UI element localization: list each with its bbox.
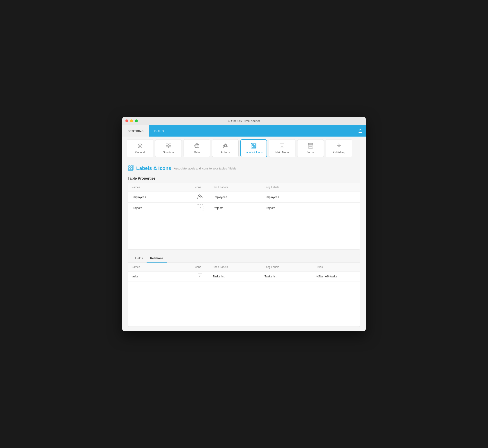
traffic-lights: [125, 120, 138, 122]
svg-point-35: [198, 195, 200, 197]
table-properties-title: Table Properties: [128, 176, 360, 181]
toolbar-general[interactable]: General: [127, 139, 153, 157]
svg-rect-33: [129, 168, 130, 170]
main-menu-label: Main Menu: [275, 151, 289, 154]
fr-col-names: Names: [128, 264, 191, 270]
forms-label: Forms: [307, 151, 314, 154]
publishing-label: Publishing: [333, 151, 345, 154]
svg-rect-6: [169, 146, 171, 148]
minimize-button[interactable]: [130, 120, 133, 122]
maximize-button[interactable]: [135, 120, 138, 122]
toolbar-forms[interactable]: Forms: [297, 139, 324, 157]
build-tab[interactable]: BUILD: [149, 125, 169, 136]
page-subtitle: Associate labels and icons to your table…: [174, 167, 236, 170]
close-button[interactable]: [125, 120, 128, 122]
tab-fields[interactable]: Fields: [131, 254, 146, 263]
fr-row-icon: [191, 272, 209, 281]
table-properties-container: Names Icons Short Labels Long Labels Emp…: [128, 183, 360, 249]
fields-relations-section: Fields Relations Names Icons Short Label…: [128, 254, 360, 327]
fr-col-titles: Titles: [313, 264, 358, 270]
app-window: 4D for iOS: Time Keeper SECTIONS BUILD G…: [122, 117, 366, 331]
fr-row-name: tasks: [128, 273, 191, 280]
fr-row-short: Tasks list: [209, 273, 261, 280]
row-long-label: Projects: [261, 204, 313, 211]
toolbar-actions[interactable]: Actions: [212, 139, 239, 157]
svg-rect-31: [129, 166, 130, 168]
row-short-label: Projects: [209, 204, 261, 211]
row-name: Employees: [128, 194, 191, 200]
placeholder-icon: ?: [197, 204, 203, 211]
fr-row-title: %Name% tasks: [313, 273, 358, 280]
tab-relations[interactable]: Relations: [146, 254, 167, 263]
row-name: Projects: [128, 204, 191, 211]
labels-icons-label: Labels & Icons: [245, 151, 263, 154]
toolbar-data[interactable]: Data: [184, 139, 210, 157]
col-header-icons: Icons: [191, 185, 209, 190]
col-header-short: Short Labels: [209, 185, 261, 190]
titlebar: 4D for iOS: Time Keeper: [122, 117, 366, 125]
window-title: 4D for iOS: Time Keeper: [228, 119, 260, 123]
svg-rect-32: [131, 166, 133, 168]
structure-label: Structure: [163, 151, 174, 154]
general-label: General: [135, 151, 145, 154]
svg-rect-4: [169, 144, 171, 145]
sections-tab[interactable]: SECTIONS: [122, 125, 149, 136]
page-header: Labels & Icons Associate labels and icon…: [128, 165, 360, 172]
row-short-label: Employees: [209, 194, 261, 200]
row-long-label: Employees: [261, 194, 313, 200]
toolbar-publishing[interactable]: Publishing: [326, 139, 352, 157]
svg-rect-34: [131, 168, 133, 170]
tabs-container: Fields Relations: [128, 254, 360, 263]
row-icon: ?: [191, 203, 209, 213]
table-properties-header: Names Icons Short Labels Long Labels: [128, 183, 360, 192]
fields-table-header: Names Icons Short Labels Long Labels Tit…: [128, 263, 360, 272]
tabs-row: Fields Relations: [131, 254, 357, 263]
table-properties-body: Employees Employees Employees: [128, 192, 360, 249]
row-extra: [313, 195, 360, 199]
row-icon: [191, 192, 209, 202]
toolbar-structure[interactable]: Structure: [155, 139, 182, 157]
svg-rect-3: [166, 144, 168, 145]
table-row[interactable]: tasks Tasks list Tasks list: [128, 272, 360, 281]
row-extra: [313, 206, 360, 210]
toolbar-labels-icons[interactable]: Labels & Icons: [240, 139, 267, 157]
svg-rect-15: [254, 144, 255, 146]
empty-area: [128, 213, 360, 249]
fr-col-long: Long Labels: [261, 264, 313, 270]
toolbar-main-menu[interactable]: Main Menu: [269, 139, 295, 157]
header-nav: SECTIONS BUILD: [122, 125, 366, 136]
page-icon: [128, 165, 133, 172]
fields-table-body: tasks Tasks list Tasks list: [128, 272, 360, 327]
fr-col-short: Short Labels: [209, 264, 261, 270]
col-header-long: Long Labels: [261, 185, 313, 190]
main-content: Labels & Icons Associate labels and icon…: [122, 160, 366, 331]
col-header-extra: [313, 185, 360, 190]
svg-rect-16: [252, 146, 253, 148]
actions-label: Actions: [221, 151, 229, 154]
upload-button[interactable]: [355, 125, 366, 136]
col-header-names: Names: [128, 185, 191, 190]
data-label: Data: [194, 151, 200, 154]
table-row[interactable]: Employees Employees Employees: [128, 192, 360, 203]
list-icon: [197, 273, 203, 280]
table-row[interactable]: Projects ? Projects Projects: [128, 203, 360, 213]
fr-row-long: Tasks list: [261, 273, 313, 280]
fr-empty-area: [128, 281, 360, 327]
page-title: Labels & Icons: [136, 165, 171, 171]
fr-col-icons: Icons: [191, 264, 209, 270]
toolbar: General Structure Data: [122, 136, 366, 160]
svg-point-36: [201, 195, 202, 197]
employees-icon: [197, 194, 203, 200]
svg-point-1: [139, 145, 141, 147]
svg-rect-5: [166, 146, 168, 148]
